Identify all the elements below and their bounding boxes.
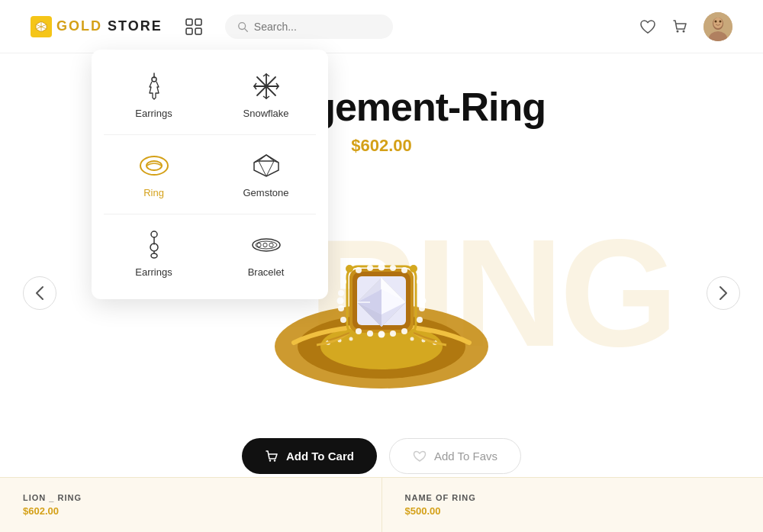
dropdown-item-earrings-top[interactable]: Earrings <box>98 56 210 134</box>
svg-point-58 <box>378 264 385 271</box>
hero-next-arrow[interactable] <box>707 276 740 310</box>
svg-point-28 <box>146 161 162 170</box>
gemstone-icon <box>253 150 280 181</box>
hero-price: $602.00 <box>351 136 412 156</box>
svg-point-59 <box>390 265 396 271</box>
bracelet-label: Bracelet <box>248 266 285 278</box>
favorites-icon[interactable] <box>639 19 656 34</box>
svg-rect-2 <box>186 28 192 34</box>
svg-line-5 <box>244 28 247 31</box>
dropdown-item-snowflake[interactable]: Snowflake <box>210 56 322 134</box>
bottom-product-cards: LION _ RING $602.00 NAME OF RING $500.00 <box>0 477 763 532</box>
logo-icon <box>31 16 52 37</box>
svg-point-90 <box>269 459 271 461</box>
ring-label: Ring <box>143 187 164 198</box>
svg-point-71 <box>417 279 423 285</box>
logo-text: GOLD STORE <box>56 18 163 34</box>
dropdown-grid: Earrings Snowflake <box>98 56 322 293</box>
snowflake-icon <box>253 71 280 102</box>
svg-point-73 <box>420 298 427 305</box>
svg-point-27 <box>140 156 168 175</box>
earrings-top-label: Earrings <box>135 108 172 119</box>
svg-rect-43 <box>269 243 273 247</box>
avatar[interactable] <box>703 12 732 41</box>
ring-icon <box>139 150 169 181</box>
svg-point-7 <box>683 30 685 32</box>
add-to-card-button[interactable]: Add To Card <box>242 438 377 474</box>
search-input[interactable] <box>254 21 381 33</box>
cart-small-icon <box>265 450 278 463</box>
svg-point-91 <box>274 459 275 461</box>
bottom-card-1-price: $500.00 <box>405 505 741 517</box>
search-icon <box>237 21 248 33</box>
heart-small-icon <box>413 450 427 463</box>
svg-point-74 <box>419 305 425 311</box>
svg-point-87 <box>410 265 417 272</box>
svg-point-86 <box>346 265 353 272</box>
gemstone-label: Gemstone <box>243 187 289 198</box>
svg-point-65 <box>401 328 407 334</box>
bottom-card-0[interactable]: LION _ RING $602.00 <box>0 477 382 532</box>
svg-point-50 <box>410 337 414 341</box>
header: GOLD STORE <box>0 0 763 53</box>
svg-marker-29 <box>254 155 278 176</box>
svg-point-13 <box>720 20 722 22</box>
svg-rect-0 <box>186 19 192 25</box>
svg-point-38 <box>151 253 157 258</box>
cart-icon[interactable] <box>671 18 688 35</box>
category-dropdown: Earrings Snowflake <box>92 50 328 299</box>
earrings-bot-label: Earrings <box>135 266 172 278</box>
svg-point-75 <box>417 317 423 323</box>
bottom-card-0-name: LION _ RING <box>23 493 359 502</box>
svg-point-63 <box>378 331 385 338</box>
svg-point-36 <box>151 231 157 237</box>
svg-point-40 <box>256 241 277 249</box>
svg-point-62 <box>367 330 373 337</box>
svg-point-67 <box>338 290 344 296</box>
svg-point-64 <box>390 330 396 337</box>
earrings-bot-icon <box>143 230 165 260</box>
svg-point-49 <box>349 337 353 341</box>
svg-point-56 <box>356 267 362 273</box>
dropdown-item-earrings-bot[interactable]: Earrings <box>98 214 210 293</box>
dropdown-item-gemstone[interactable]: Gemstone <box>210 135 322 214</box>
grid-menu-icon[interactable] <box>185 18 202 35</box>
svg-point-69 <box>338 305 344 311</box>
bracelet-icon <box>251 230 282 260</box>
svg-rect-1 <box>195 19 201 25</box>
svg-point-66 <box>340 279 346 285</box>
hero-buttons: Add To Card Add To Favs <box>242 438 521 474</box>
snowflake-label: Snowflake <box>243 108 289 119</box>
svg-point-57 <box>367 265 373 271</box>
svg-point-68 <box>337 298 344 305</box>
svg-rect-41 <box>257 243 261 247</box>
earrings-top-icon <box>142 71 166 102</box>
svg-rect-42 <box>263 243 267 247</box>
hero-prev-arrow[interactable] <box>23 276 56 310</box>
svg-point-12 <box>715 20 717 22</box>
bottom-card-1[interactable]: NAME OF RING $500.00 <box>382 477 764 532</box>
svg-point-39 <box>253 239 280 251</box>
logo[interactable]: GOLD STORE <box>31 16 163 37</box>
svg-rect-3 <box>195 28 201 34</box>
dropdown-item-bracelet[interactable]: Bracelet <box>210 214 322 293</box>
svg-point-6 <box>677 30 679 32</box>
svg-point-60 <box>401 267 407 273</box>
svg-point-11 <box>713 18 723 28</box>
svg-point-61 <box>356 328 362 334</box>
bottom-card-0-price: $602.00 <box>23 505 359 517</box>
add-to-favs-button[interactable]: Add To Favs <box>389 438 521 474</box>
svg-point-70 <box>340 317 346 323</box>
svg-point-72 <box>419 290 425 296</box>
header-right <box>639 12 732 41</box>
search-bar[interactable] <box>225 15 393 39</box>
dropdown-item-ring[interactable]: Ring <box>98 135 210 214</box>
bottom-card-1-name: NAME OF RING <box>405 493 741 502</box>
